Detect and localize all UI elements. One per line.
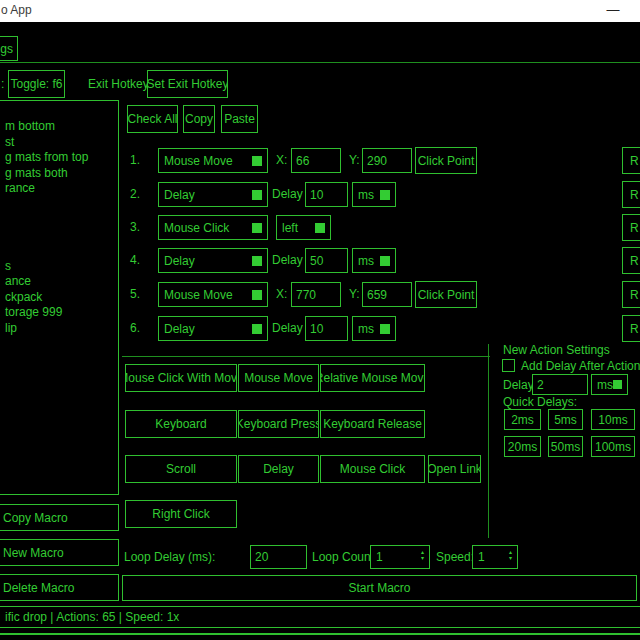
spinner-arrows-icon[interactable]: ▴▾ (509, 549, 512, 561)
dropdown-arrow-icon (252, 190, 262, 200)
x-input[interactable] (291, 148, 341, 173)
spinner-arrows-icon[interactable]: ▴▾ (421, 549, 424, 561)
dropdown-arrow-icon (252, 223, 262, 233)
action-type-value: Delay (164, 322, 195, 336)
add-mouse-click-with-move-button[interactable]: Mouse Click With Move (125, 364, 237, 392)
delay-input[interactable] (305, 248, 348, 273)
y-input[interactable] (362, 282, 412, 307)
speed-spinner[interactable]: 1 ▴▾ (472, 545, 518, 569)
button-label: Mouse Click (340, 462, 405, 476)
y-input[interactable] (362, 148, 412, 173)
delete-macro-button[interactable]: Delete Macro (0, 574, 119, 601)
x-input[interactable] (291, 282, 341, 307)
add-mouse-click-button[interactable]: Mouse Click (320, 455, 425, 483)
delay-unit-value: ms (358, 322, 374, 336)
mouse-button-dropdown[interactable]: left (276, 215, 331, 240)
status-bar: ific drop | Actions: 65 | Speed: 1x (0, 606, 640, 628)
button-label: 5ms (554, 413, 577, 427)
add-keyboard-release-button[interactable]: Keyboard Release (320, 410, 425, 438)
dropdown-arrow-icon (252, 324, 262, 334)
button-label: 2ms (511, 413, 534, 427)
add-scroll-button[interactable]: Scroll (125, 455, 237, 483)
speed-value: 1 (478, 550, 485, 564)
macro-app-window: o App — gs : Toggle: f6 Exit Hotkey: Set… (0, 0, 640, 640)
action-type-value: Delay (164, 254, 195, 268)
action-type-dropdown[interactable]: Mouse Move (158, 282, 268, 307)
check-all-button[interactable]: Check All (127, 105, 178, 133)
macro-list-item[interactable]: m bottom (0, 119, 118, 135)
add-keyboard-press-button[interactable]: Keyboard Press (238, 410, 319, 438)
quick-delay-20ms-button[interactable]: 20ms (504, 436, 541, 457)
set-exit-hotkey-button-label: Set Exit Hotkey (147, 77, 228, 91)
action-number: 4. (130, 247, 140, 274)
add-keyboard-button[interactable]: Keyboard (125, 410, 237, 438)
button-label: Relative Mouse Move (320, 371, 425, 385)
action-number: 5. (130, 281, 140, 308)
action-type-dropdown[interactable]: Delay (158, 182, 268, 207)
action-type-dropdown[interactable]: Delay (158, 316, 268, 341)
action-type-dropdown[interactable]: Mouse Move (158, 148, 268, 173)
add-delay-button[interactable]: Delay (238, 455, 319, 483)
delay-input[interactable] (305, 316, 348, 341)
toggle-hotkey-button[interactable]: Toggle: f6 (8, 70, 65, 98)
quick-delay-100ms-button[interactable]: 100ms (591, 436, 635, 457)
click-point-label: Click Point (418, 288, 475, 302)
remove-action-button[interactable]: R (622, 214, 640, 241)
quick-delays-label: Quick Delays: (503, 395, 577, 409)
quick-delay-5ms-button[interactable]: 5ms (548, 409, 583, 430)
settings-menu-button[interactable]: gs (0, 36, 18, 61)
action-type-value: Mouse Move (164, 154, 233, 168)
add-mouse-move-button[interactable]: Mouse Move (238, 364, 319, 392)
settings-left-divider (488, 344, 489, 538)
button-label: Right Click (152, 507, 209, 521)
remove-action-button[interactable]: R (622, 247, 640, 274)
nas-delay-input[interactable] (532, 374, 588, 395)
action-number: 3. (130, 214, 140, 241)
delay-input[interactable] (305, 182, 348, 207)
add-relative-mouse-move-button[interactable]: Relative Mouse Move (320, 364, 425, 392)
click-point-button[interactable]: Click Point (415, 147, 477, 174)
copy-macro-button[interactable]: Copy Macro (0, 504, 119, 531)
action-type-dropdown[interactable]: Mouse Click (158, 215, 268, 240)
action-row: 6. Delay Delay ms R (0, 315, 640, 342)
click-point-label: Click Point (418, 154, 475, 168)
new-macro-button[interactable]: New Macro (0, 539, 119, 566)
remove-action-button[interactable]: R (622, 281, 640, 308)
quick-delay-2ms-button[interactable]: 2ms (504, 409, 541, 430)
start-macro-button[interactable]: Start Macro (122, 575, 637, 601)
dropdown-arrow-icon (613, 380, 622, 389)
paste-actions-label: Paste (224, 112, 255, 126)
delay-unit-dropdown[interactable]: ms (352, 248, 396, 273)
nas-unit-dropdown[interactable]: ms (591, 374, 628, 395)
paste-actions-button[interactable]: Paste (221, 105, 258, 133)
add-delay-after-action-checkbox[interactable] (502, 359, 515, 372)
delay-unit-dropdown[interactable]: ms (352, 182, 396, 207)
copy-actions-button[interactable]: Copy (183, 105, 215, 133)
button-label: Scroll (166, 462, 196, 476)
action-type-dropdown[interactable]: Delay (158, 248, 268, 273)
loop-count-spinner[interactable]: 1 ▴▾ (370, 545, 430, 569)
loop-delay-input[interactable] (250, 545, 307, 569)
remove-action-button[interactable]: R (622, 315, 640, 342)
start-macro-label: Start Macro (348, 581, 410, 595)
dropdown-arrow-icon (252, 256, 262, 266)
x-label: X: (276, 281, 287, 308)
minimize-button[interactable]: — (596, 0, 630, 22)
dropdown-arrow-icon (380, 324, 390, 334)
new-action-settings-title: New Action Settings (503, 343, 610, 357)
exit-hotkey-label: Exit Hotkey: (88, 77, 152, 91)
delay-unit-dropdown[interactable]: ms (352, 316, 396, 341)
check-all-label: Check All (127, 112, 177, 126)
dropdown-arrow-icon (380, 256, 390, 266)
set-exit-hotkey-button[interactable]: Set Exit Hotkey (147, 70, 228, 98)
quick-delay-10ms-button[interactable]: 10ms (591, 409, 635, 430)
delete-macro-label: Delete Macro (3, 581, 74, 595)
click-point-button[interactable]: Click Point (415, 281, 477, 308)
remove-action-button[interactable]: R (622, 181, 640, 208)
add-open-link-button[interactable]: Open Link (428, 455, 481, 483)
remove-action-button[interactable]: R (622, 147, 640, 174)
add-right-click-button[interactable]: Right Click (125, 500, 237, 528)
top-divider (0, 62, 640, 63)
quick-delay-50ms-button[interactable]: 50ms (548, 436, 583, 457)
window-title: o App (1, 3, 32, 17)
